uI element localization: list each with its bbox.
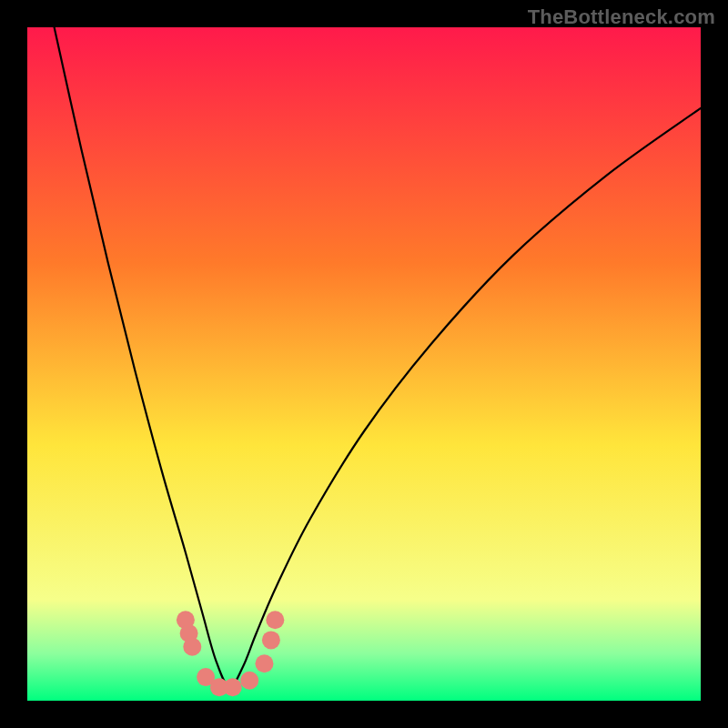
gradient-background xyxy=(27,27,701,701)
plot-area xyxy=(27,27,701,701)
match-dot xyxy=(255,654,273,672)
match-dot xyxy=(240,672,258,690)
match-dot xyxy=(266,611,284,629)
match-dot xyxy=(183,638,201,656)
watermark-text: TheBottleneck.com xyxy=(528,5,715,29)
chart-frame: TheBottleneck.com xyxy=(0,0,728,728)
match-dot xyxy=(262,631,280,649)
match-dot xyxy=(224,678,242,696)
plot-svg xyxy=(27,27,701,701)
